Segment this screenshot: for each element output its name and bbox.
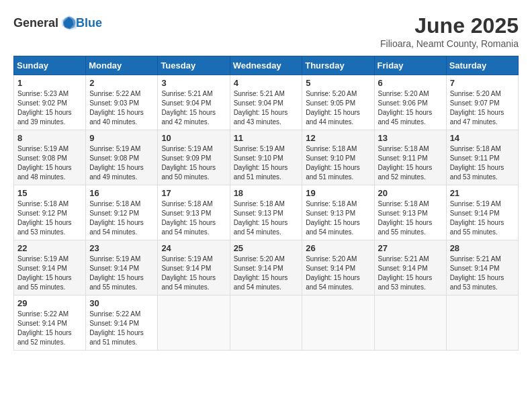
calendar-cell: 11Sunrise: 5:19 AM Sunset: 9:10 PM Dayli… [230, 130, 302, 185]
day-number: 27 [378, 243, 443, 253]
day-number: 28 [450, 243, 515, 253]
day-number: 10 [161, 133, 226, 143]
calendar-cell [446, 295, 518, 351]
calendar-cell: 30Sunrise: 5:22 AM Sunset: 9:14 PM Dayli… [86, 295, 158, 351]
day-number: 15 [17, 188, 82, 198]
day-number: 4 [234, 78, 299, 88]
header-saturday: Saturday [446, 56, 518, 75]
day-info: Sunrise: 5:21 AM Sunset: 9:14 PM Dayligh… [450, 255, 515, 292]
day-info: Sunrise: 5:19 AM Sunset: 9:14 PM Dayligh… [17, 255, 82, 292]
day-info: Sunrise: 5:19 AM Sunset: 9:14 PM Dayligh… [89, 255, 154, 292]
day-info: Sunrise: 5:18 AM Sunset: 9:10 PM Dayligh… [306, 144, 370, 182]
day-info: Sunrise: 5:19 AM Sunset: 9:08 PM Dayligh… [17, 144, 82, 182]
day-number: 7 [450, 78, 515, 88]
calendar-week-row: 1Sunrise: 5:23 AM Sunset: 9:02 PM Daylig… [14, 75, 519, 130]
day-info: Sunrise: 5:23 AM Sunset: 9:02 PM Dayligh… [17, 89, 82, 127]
calendar-cell: 8Sunrise: 5:19 AM Sunset: 9:08 PM Daylig… [14, 130, 86, 185]
calendar-week-row: 29Sunrise: 5:22 AM Sunset: 9:14 PM Dayli… [14, 295, 519, 351]
header-friday: Friday [374, 56, 446, 75]
day-info: Sunrise: 5:19 AM Sunset: 9:08 PM Dayligh… [89, 144, 154, 182]
day-number: 20 [378, 188, 443, 198]
day-number: 14 [450, 133, 515, 143]
day-info: Sunrise: 5:22 AM Sunset: 9:14 PM Dayligh… [17, 310, 82, 347]
logo-general-text: General [13, 16, 58, 30]
calendar-week-row: 15Sunrise: 5:18 AM Sunset: 9:12 PM Dayli… [14, 185, 519, 240]
day-number: 8 [17, 133, 82, 143]
day-number: 23 [89, 243, 154, 253]
day-number: 26 [306, 243, 370, 253]
day-number: 22 [17, 243, 82, 253]
header-monday: Monday [86, 56, 158, 75]
day-number: 9 [89, 133, 154, 143]
calendar-cell: 13Sunrise: 5:18 AM Sunset: 9:11 PM Dayli… [374, 130, 446, 185]
day-number: 6 [378, 78, 443, 88]
day-number: 30 [89, 298, 154, 308]
calendar-cell: 18Sunrise: 5:18 AM Sunset: 9:13 PM Dayli… [230, 185, 302, 240]
day-info: Sunrise: 5:18 AM Sunset: 9:11 PM Dayligh… [450, 144, 515, 182]
day-number: 25 [234, 243, 299, 253]
calendar-cell: 23Sunrise: 5:19 AM Sunset: 9:14 PM Dayli… [86, 240, 158, 295]
day-number: 3 [161, 78, 226, 88]
day-number: 13 [378, 133, 443, 143]
calendar-cell: 4Sunrise: 5:21 AM Sunset: 9:04 PM Daylig… [230, 75, 302, 130]
day-info: Sunrise: 5:20 AM Sunset: 9:06 PM Dayligh… [378, 89, 443, 127]
calendar-cell: 21Sunrise: 5:19 AM Sunset: 9:14 PM Dayli… [446, 185, 518, 240]
day-info: Sunrise: 5:19 AM Sunset: 9:14 PM Dayligh… [161, 255, 226, 292]
calendar-cell: 1Sunrise: 5:23 AM Sunset: 9:02 PM Daylig… [14, 75, 86, 130]
calendar-cell: 14Sunrise: 5:18 AM Sunset: 9:11 PM Dayli… [446, 130, 518, 185]
calendar-cell: 29Sunrise: 5:22 AM Sunset: 9:14 PM Dayli… [14, 295, 86, 351]
day-info: Sunrise: 5:19 AM Sunset: 9:09 PM Dayligh… [161, 144, 226, 182]
day-info: Sunrise: 5:22 AM Sunset: 9:03 PM Dayligh… [89, 89, 154, 127]
calendar-cell: 9Sunrise: 5:19 AM Sunset: 9:08 PM Daylig… [86, 130, 158, 185]
day-info: Sunrise: 5:21 AM Sunset: 9:04 PM Dayligh… [234, 89, 299, 127]
calendar-cell: 6Sunrise: 5:20 AM Sunset: 9:06 PM Daylig… [374, 75, 446, 130]
day-info: Sunrise: 5:20 AM Sunset: 9:07 PM Dayligh… [450, 89, 515, 127]
day-info: Sunrise: 5:18 AM Sunset: 9:13 PM Dayligh… [378, 199, 443, 237]
day-info: Sunrise: 5:18 AM Sunset: 9:13 PM Dayligh… [161, 199, 226, 237]
calendar-cell: 7Sunrise: 5:20 AM Sunset: 9:07 PM Daylig… [446, 75, 518, 130]
title-area: June 2025 Filioara, Neamt County, Romani… [380, 13, 519, 49]
day-info: Sunrise: 5:21 AM Sunset: 9:04 PM Dayligh… [161, 89, 226, 127]
calendar-cell: 20Sunrise: 5:18 AM Sunset: 9:13 PM Dayli… [374, 185, 446, 240]
day-info: Sunrise: 5:20 AM Sunset: 9:14 PM Dayligh… [306, 255, 370, 292]
calendar-cell: 22Sunrise: 5:19 AM Sunset: 9:14 PM Dayli… [14, 240, 86, 295]
day-info: Sunrise: 5:18 AM Sunset: 9:12 PM Dayligh… [89, 199, 154, 237]
location-title: Filioara, Neamt County, Romania [380, 38, 519, 49]
calendar-cell: 28Sunrise: 5:21 AM Sunset: 9:14 PM Dayli… [446, 240, 518, 295]
calendar-cell: 27Sunrise: 5:21 AM Sunset: 9:14 PM Dayli… [374, 240, 446, 295]
calendar-cell [230, 295, 302, 351]
calendar-cell: 12Sunrise: 5:18 AM Sunset: 9:10 PM Dayli… [302, 130, 374, 185]
day-number: 16 [89, 188, 154, 198]
calendar-week-row: 8Sunrise: 5:19 AM Sunset: 9:08 PM Daylig… [14, 130, 519, 185]
calendar-week-row: 22Sunrise: 5:19 AM Sunset: 9:14 PM Dayli… [14, 240, 519, 295]
day-info: Sunrise: 5:20 AM Sunset: 9:05 PM Dayligh… [306, 89, 370, 127]
header-thursday: Thursday [302, 56, 374, 75]
calendar-table: SundayMondayTuesdayWednesdayThursdayFrid… [13, 56, 519, 351]
calendar-cell: 25Sunrise: 5:20 AM Sunset: 9:14 PM Dayli… [230, 240, 302, 295]
day-number: 2 [89, 78, 154, 88]
day-info: Sunrise: 5:18 AM Sunset: 9:12 PM Dayligh… [17, 199, 82, 237]
calendar-cell: 17Sunrise: 5:18 AM Sunset: 9:13 PM Dayli… [158, 185, 230, 240]
logo-blue-text: Blue [76, 16, 102, 30]
calendar-cell: 24Sunrise: 5:19 AM Sunset: 9:14 PM Dayli… [158, 240, 230, 295]
calendar-cell: 15Sunrise: 5:18 AM Sunset: 9:12 PM Dayli… [14, 185, 86, 240]
calendar-cell [158, 295, 230, 351]
day-number: 1 [17, 78, 82, 88]
day-number: 17 [161, 188, 226, 198]
day-info: Sunrise: 5:21 AM Sunset: 9:14 PM Dayligh… [378, 255, 443, 292]
day-info: Sunrise: 5:18 AM Sunset: 9:13 PM Dayligh… [306, 199, 370, 237]
header-wednesday: Wednesday [230, 56, 302, 75]
day-info: Sunrise: 5:18 AM Sunset: 9:13 PM Dayligh… [234, 199, 299, 237]
day-number: 18 [234, 188, 299, 198]
day-info: Sunrise: 5:19 AM Sunset: 9:10 PM Dayligh… [234, 144, 299, 182]
calendar-cell: 19Sunrise: 5:18 AM Sunset: 9:13 PM Dayli… [302, 185, 374, 240]
logo: General Blue [13, 13, 102, 32]
day-info: Sunrise: 5:19 AM Sunset: 9:14 PM Dayligh… [450, 199, 515, 237]
calendar-cell: 16Sunrise: 5:18 AM Sunset: 9:12 PM Dayli… [86, 185, 158, 240]
day-number: 5 [306, 78, 370, 88]
day-info: Sunrise: 5:20 AM Sunset: 9:14 PM Dayligh… [234, 255, 299, 292]
calendar-cell: 2Sunrise: 5:22 AM Sunset: 9:03 PM Daylig… [86, 75, 158, 130]
calendar-cell: 26Sunrise: 5:20 AM Sunset: 9:14 PM Dayli… [302, 240, 374, 295]
header-sunday: Sunday [14, 56, 86, 75]
header-tuesday: Tuesday [158, 56, 230, 75]
